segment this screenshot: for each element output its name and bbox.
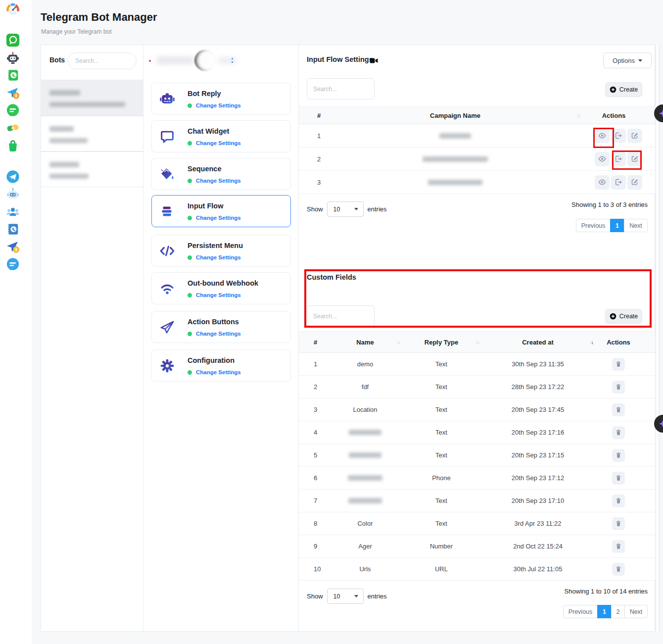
menu-item-bot-reply[interactable]: Bot Reply Change Settings — [151, 83, 291, 115]
column-header-index[interactable]: # — [299, 332, 329, 352]
contacts-blue-icon[interactable] — [5, 222, 20, 237]
page-1-button[interactable]: 1 — [597, 605, 612, 618]
delete-button[interactable] — [612, 495, 625, 507]
speedtest-icon[interactable] — [5, 2, 20, 17]
export-button[interactable] — [611, 129, 626, 143]
menu-item-label: Sequence — [188, 165, 222, 173]
change-settings-link[interactable]: Change Settings — [196, 102, 241, 108]
page-size-control: Show 10 entries — [307, 589, 387, 604]
custom-fields-create-button[interactable]: Create — [605, 309, 642, 324]
menu-item-action-buttons[interactable]: Action Buttons Change Settings — [151, 311, 291, 343]
audience-blue-icon[interactable] — [5, 204, 20, 219]
robot-dark-icon[interactable] — [5, 50, 20, 65]
create-button-label: Create — [619, 86, 638, 93]
column-header-reply-type[interactable]: Reply Type ↑↓ — [402, 332, 481, 352]
bots-search-input[interactable] — [68, 52, 137, 69]
menu-item-configuration[interactable]: Configuration Change Settings — [151, 349, 291, 382]
change-settings-link[interactable]: Change Settings — [196, 331, 241, 337]
delete-button[interactable] — [612, 449, 625, 462]
webhook-icon — [159, 280, 176, 297]
partners-icon[interactable] — [5, 120, 20, 135]
menu-item-persistent-menu[interactable]: Persistent Menu Change Settings — [151, 235, 291, 267]
page-2-button[interactable]: 2 — [611, 605, 625, 618]
view-button[interactable] — [595, 175, 610, 190]
view-button[interactable] — [595, 129, 610, 143]
menu-item-input-flow[interactable]: Input Flow Change Settings — [151, 195, 291, 227]
next-page-button[interactable]: Next — [624, 605, 648, 618]
contacts-green-icon[interactable] — [5, 68, 20, 83]
page-size-select[interactable]: 10 — [327, 201, 364, 217]
bot-list-item[interactable] — [41, 151, 143, 187]
row-index: 8 — [299, 512, 329, 535]
chat-blue-icon[interactable] — [5, 257, 20, 272]
previous-page-button[interactable]: Previous — [576, 219, 611, 232]
sort-icon[interactable]: ↑↓ — [396, 339, 400, 345]
robot-blue-icon[interactable] — [5, 187, 20, 201]
shopping-bag-icon[interactable] — [5, 139, 20, 153]
custom-fields-title: Custom Fields — [307, 273, 356, 281]
redacted-bot-name — [49, 90, 80, 96]
scrollbar-track[interactable] — [655, 45, 660, 632]
view-button[interactable] — [595, 152, 610, 166]
menu-item-sequence[interactable]: Sequence Change Settings — [151, 158, 291, 190]
sort-icon[interactable]: ↑↓ — [576, 112, 580, 118]
change-settings-link[interactable]: Change Settings — [196, 369, 241, 375]
menu-item-chat-widget[interactable]: Chat Widget Change Settings — [151, 120, 291, 152]
column-header-name[interactable]: Name ↑↓ — [329, 332, 402, 352]
input-flow-create-button[interactable]: Create — [605, 82, 642, 97]
sort-icon[interactable]: ↑↓ — [475, 339, 479, 345]
telegram-coin-icon[interactable] — [5, 85, 20, 100]
sort-desc-icon[interactable]: ↑↓ — [589, 339, 593, 345]
column-header-label: Created at — [522, 339, 554, 346]
delete-button[interactable] — [612, 540, 625, 553]
change-settings-link[interactable]: Change Settings — [196, 215, 241, 221]
custom-fields-search-input[interactable] — [307, 305, 375, 327]
column-header-index[interactable]: # — [299, 107, 329, 124]
options-button[interactable]: Options — [603, 52, 652, 68]
delete-button[interactable] — [612, 358, 625, 371]
bot-list-item[interactable] — [41, 116, 143, 151]
delete-button[interactable] — [612, 403, 625, 416]
chat-green-icon[interactable] — [5, 103, 20, 118]
telegram-blue-icon[interactable] — [5, 169, 20, 184]
edit-button[interactable] — [627, 129, 642, 143]
custom-field-row: 2 fdf Text 28th Sep 23 17:22 — [299, 376, 656, 398]
export-button[interactable] — [611, 175, 626, 190]
telegram-coin-blue-icon[interactable] — [5, 239, 20, 254]
whatsapp-icon[interactable] — [5, 33, 20, 48]
custom-field-row: 8 Color Text 3rd Apr 23 11:22 — [299, 512, 656, 535]
field-name: Location — [329, 398, 402, 421]
page-size-select[interactable]: 10 — [327, 589, 364, 604]
delete-button[interactable] — [612, 381, 625, 394]
change-settings-link[interactable]: Change Settings — [196, 254, 241, 260]
redacted-bot-username — [49, 138, 88, 143]
edit-button[interactable] — [627, 175, 642, 190]
export-button[interactable] — [611, 152, 626, 166]
field-reply-type: Text — [402, 376, 481, 398]
video-camera-icon[interactable] — [370, 57, 378, 66]
custom-field-row: 4 Text 20th Sep 23 17:16 — [299, 421, 656, 444]
eye-icon — [598, 132, 606, 140]
next-page-button[interactable]: Next — [624, 219, 648, 232]
delete-button[interactable] — [612, 563, 625, 576]
change-settings-link[interactable]: Change Settings — [196, 292, 241, 298]
delete-button[interactable] — [612, 426, 625, 439]
field-created-at: 20th Sep 23 17:16 — [481, 421, 595, 444]
delete-button[interactable] — [612, 517, 625, 530]
edit-button[interactable] — [627, 152, 642, 166]
row-index: 2 — [299, 376, 329, 398]
column-header-created-at[interactable]: Created at ↑↓ — [481, 332, 595, 352]
change-settings-link[interactable]: Change Settings — [196, 178, 241, 184]
menu-dots-icon[interactable] — [232, 58, 233, 59]
change-settings-link[interactable]: Change Settings — [196, 140, 241, 146]
row-index: 2 — [299, 148, 329, 170]
previous-page-button[interactable]: Previous — [563, 605, 598, 618]
show-label: Show — [307, 205, 323, 213]
page-1-button[interactable]: 1 — [610, 219, 624, 232]
menu-item-outbound-webhook[interactable]: Out-bound Webhook Change Settings — [151, 272, 291, 304]
column-header-campaign-name[interactable]: Campaign Name ↑↓ — [329, 107, 582, 124]
delete-button[interactable] — [612, 472, 625, 485]
input-flow-search-input[interactable] — [307, 78, 375, 99]
input-flow-panel: Input Flow Settings Options Create # Cam… — [299, 45, 656, 631]
bot-list-item[interactable] — [41, 80, 143, 116]
